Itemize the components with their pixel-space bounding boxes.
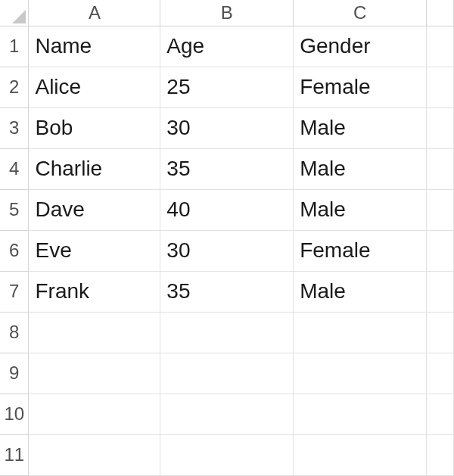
data-row-8: 8 [0, 312, 454, 353]
row-header-8[interactable]: 8 [0, 312, 29, 353]
cell-A11[interactable] [29, 434, 160, 475]
cell-B11[interactable] [160, 434, 294, 475]
data-row-9: 9 [0, 353, 454, 394]
cell-D4[interactable] [427, 148, 454, 189]
cell-B4[interactable]: 35 [160, 148, 294, 189]
cell-C1[interactable]: Gender [294, 26, 427, 67]
cell-B6[interactable]: 30 [160, 230, 294, 271]
cell-B5[interactable]: 40 [160, 189, 294, 230]
row-header-9[interactable]: 9 [0, 353, 29, 394]
data-row-6: 6 Eve 30 Female [0, 230, 454, 271]
cell-D3[interactable] [427, 107, 454, 148]
cell-B10[interactable] [160, 394, 294, 434]
cell-D7[interactable] [427, 271, 454, 312]
column-header-A[interactable]: A [29, 0, 160, 26]
cell-C5[interactable]: Male [294, 189, 427, 230]
cell-C7[interactable]: Male [294, 271, 427, 312]
cell-A3[interactable]: Bob [29, 107, 160, 148]
data-row-1: 1 Name Age Gender [0, 26, 454, 67]
select-all-corner[interactable] [0, 0, 29, 26]
column-header-C[interactable]: C [294, 0, 427, 26]
cell-A4[interactable]: Charlie [29, 148, 160, 189]
cell-A7[interactable]: Frank [29, 271, 160, 312]
cell-B1[interactable]: Age [160, 26, 294, 67]
cell-A8[interactable] [29, 312, 160, 353]
spreadsheet-grid: A B C 1 Name Age Gender 2 Alice 25 Femal… [0, 0, 454, 476]
row-header-7[interactable]: 7 [0, 271, 29, 312]
cell-A1[interactable]: Name [29, 26, 160, 67]
cell-B8[interactable] [160, 312, 294, 353]
row-header-6[interactable]: 6 [0, 230, 29, 271]
cell-D1[interactable] [427, 26, 454, 67]
cell-C3[interactable]: Male [294, 107, 427, 148]
data-row-7: 7 Frank 35 Male [0, 271, 454, 312]
data-row-4: 4 Charlie 35 Male [0, 148, 454, 189]
cell-A2[interactable]: Alice [29, 67, 160, 107]
cell-C2[interactable]: Female [294, 67, 427, 107]
data-row-5: 5 Dave 40 Male [0, 189, 454, 230]
data-row-11: 11 [0, 434, 454, 475]
row-header-1[interactable]: 1 [0, 26, 29, 67]
cell-D6[interactable] [427, 230, 454, 271]
cell-A6[interactable]: Eve [29, 230, 160, 271]
cell-D8[interactable] [427, 312, 454, 353]
cell-D10[interactable] [427, 394, 454, 434]
cell-C10[interactable] [294, 394, 427, 434]
cell-A9[interactable] [29, 353, 160, 394]
cell-C9[interactable] [294, 353, 427, 394]
data-row-3: 3 Bob 30 Male [0, 107, 454, 148]
column-header-row: A B C [0, 0, 454, 26]
cell-C4[interactable]: Male [294, 148, 427, 189]
row-header-5[interactable]: 5 [0, 189, 29, 230]
cell-D9[interactable] [427, 353, 454, 394]
cell-D5[interactable] [427, 189, 454, 230]
cell-B9[interactable] [160, 353, 294, 394]
cell-C6[interactable]: Female [294, 230, 427, 271]
row-header-10[interactable]: 10 [0, 394, 29, 434]
cell-B3[interactable]: 30 [160, 107, 294, 148]
cell-B2[interactable]: 25 [160, 67, 294, 107]
row-header-4[interactable]: 4 [0, 148, 29, 189]
data-row-2: 2 Alice 25 Female [0, 67, 454, 107]
cell-C11[interactable] [294, 434, 427, 475]
cell-D11[interactable] [427, 434, 454, 475]
cell-A10[interactable] [29, 394, 160, 434]
cell-D2[interactable] [427, 67, 454, 107]
cell-C8[interactable] [294, 312, 427, 353]
cell-A5[interactable]: Dave [29, 189, 160, 230]
column-header-D[interactable] [427, 0, 454, 26]
row-header-2[interactable]: 2 [0, 67, 29, 107]
data-row-10: 10 [0, 394, 454, 434]
row-header-11[interactable]: 11 [0, 434, 29, 475]
row-header-3[interactable]: 3 [0, 107, 29, 148]
column-header-B[interactable]: B [160, 0, 294, 26]
cell-B7[interactable]: 35 [160, 271, 294, 312]
